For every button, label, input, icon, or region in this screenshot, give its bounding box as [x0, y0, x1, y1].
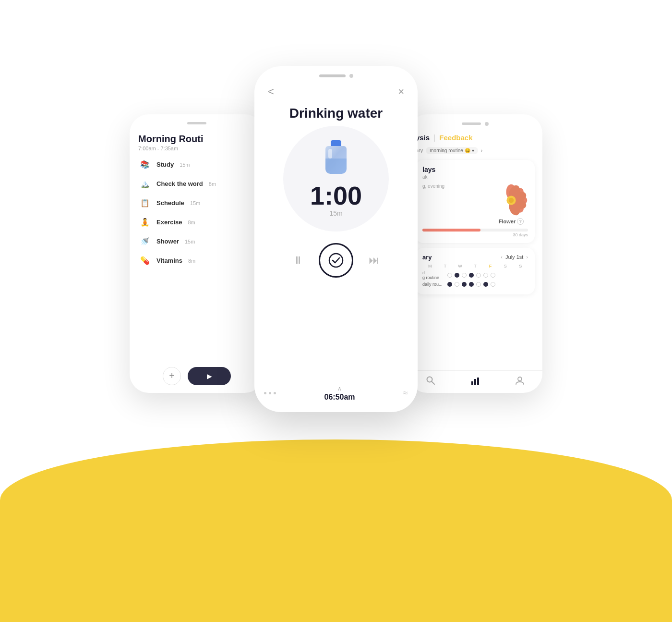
checkmark-icon [328, 253, 344, 268]
center-notch-dot [349, 74, 353, 78]
progress-days-label: 30 days [422, 232, 528, 237]
right-notch-line [462, 122, 481, 125]
task-label-exercise: Exercise [156, 219, 182, 226]
profile-icon [515, 376, 525, 385]
cal-row-label-2: daily rou... [422, 282, 445, 287]
center-screen-title: Drinking water [254, 98, 418, 126]
cal-dot-2-3 [462, 282, 467, 287]
cal-dot-1-6 [483, 273, 488, 278]
dropdown-icon: ▾ [472, 148, 474, 153]
tab-divider: | [433, 134, 435, 142]
right-notch [408, 114, 542, 129]
flower-row: g, evening [422, 183, 528, 225]
streak-sublabel: ak [422, 174, 528, 180]
task-item-vitamins[interactable]: 💊 Vitamins 8m [138, 254, 255, 268]
svg-rect-14 [474, 379, 476, 385]
task-label-study: Study [156, 161, 174, 168]
phone-left: Morning Routi 7:00am - 7:35am 📚 Study 15… [130, 114, 264, 393]
day-w: W [453, 264, 468, 268]
calendar-title: ary [422, 254, 432, 261]
water-bottle-icon [322, 140, 350, 179]
task-item-study[interactable]: 📚 Study 15m [138, 158, 255, 171]
cal-next-button[interactable]: › [526, 254, 528, 260]
cal-dot-1-3 [462, 273, 467, 278]
pause-button[interactable]: ⏸ [293, 254, 303, 267]
right-notch-dot [485, 122, 489, 126]
filter-more-icon: › [481, 147, 483, 153]
bottle-cap [331, 140, 341, 146]
calendar-date: July 1st [505, 254, 523, 260]
cal-dot-1-1 [447, 273, 452, 278]
task-duration-shower: 15m [185, 239, 195, 244]
streak-time-label: g, evening [422, 183, 444, 189]
center-nav-bar: < × [254, 81, 418, 98]
dots-menu[interactable] [264, 392, 276, 394]
cal-dot-2-7 [491, 282, 495, 287]
calendar-days-header: M T W T F S S [422, 264, 528, 268]
task-item-check[interactable]: 🏔️ Check the word 8m [138, 177, 255, 191]
cal-dot-1-5 [476, 273, 481, 278]
tab-feedback[interactable]: Feedback [439, 134, 472, 142]
tab-analysis[interactable]: ysis [416, 134, 430, 142]
task-icon-schedule: 📋 [138, 196, 152, 210]
left-notch [130, 114, 264, 127]
add-task-button[interactable]: + [163, 367, 181, 385]
svg-rect-13 [471, 381, 473, 385]
cal-dots-row1 [447, 273, 495, 278]
task-label-vitamins: Vitamins [156, 257, 182, 264]
center-notch-bar [319, 74, 346, 77]
right-bottom-nav [408, 370, 542, 393]
skip-button[interactable]: ⏭ [369, 254, 379, 267]
right-content: ysis | Feedback ary morning routine 😊 ▾ … [408, 129, 542, 304]
left-content: Morning Routi 7:00am - 7:35am 📚 Study 15… [130, 127, 264, 279]
svg-point-16 [518, 377, 522, 381]
flower-text-label: Flower [499, 219, 516, 224]
timer-display: 1:00 [310, 183, 362, 208]
task-item-shower[interactable]: 🚿 Shower 15m [138, 235, 255, 248]
notch-line [187, 122, 206, 124]
cal-row-label-1: d g routine [422, 270, 445, 280]
day-m: M [422, 264, 437, 268]
bottle-shine [328, 149, 332, 159]
cal-dot-2-5 [476, 282, 481, 287]
left-phone-subtitle: 7:00am - 7:35am [138, 146, 255, 151]
day-f: F [483, 264, 498, 268]
play-routine-button[interactable]: ▶ [188, 367, 231, 385]
bottle-water-fill [325, 159, 347, 174]
cal-dot-1-4 [469, 273, 474, 278]
task-label-shower: Shower [156, 238, 179, 245]
filter-tag-morning[interactable]: morning routine 😊 ▾ [426, 147, 478, 154]
task-duration-check: 8m [209, 181, 216, 187]
task-icon-shower: 🚿 [138, 235, 152, 248]
task-duration-study: 15m [180, 162, 190, 168]
task-duration-vitamins: 8m [188, 258, 195, 264]
bottle-body [325, 146, 347, 174]
stats-nav-button[interactable] [470, 376, 480, 385]
search-nav-button[interactable] [426, 376, 435, 385]
left-phone-title: Morning Routi [138, 133, 255, 145]
cal-prev-button[interactable]: ‹ [501, 254, 503, 260]
dot1 [264, 392, 266, 394]
profile-nav-button[interactable] [515, 376, 525, 385]
wave-icon: ≈ [403, 388, 408, 398]
task-item-schedule[interactable]: 📋 Schedule 15m [138, 196, 255, 210]
calendar-row-1: d g routine [422, 270, 528, 280]
timer-circle: 1:00 15m [283, 126, 389, 232]
close-button[interactable]: × [398, 85, 404, 98]
flower-info-icon[interactable]: ? [517, 218, 524, 225]
center-bottom-bar: ∧ 06:50am ≈ [254, 380, 418, 412]
progress-bar-fill [422, 229, 480, 232]
flower-icon [494, 183, 528, 217]
task-label-schedule: Schedule [156, 199, 184, 207]
back-button[interactable]: < [268, 85, 274, 98]
streak-section: lays ak g, evening [416, 160, 535, 243]
task-item-exercise[interactable]: 🧘 Exercise 8m [138, 216, 255, 229]
svg-point-0 [329, 254, 343, 267]
stats-icon [470, 376, 480, 385]
day-s2: S [513, 264, 528, 268]
flower-reward: Flower ? [494, 183, 528, 225]
center-notch [254, 66, 418, 81]
cal-dot-2-1 [447, 282, 452, 287]
complete-button[interactable] [319, 243, 353, 278]
current-time-display: 06:50am [324, 393, 355, 402]
